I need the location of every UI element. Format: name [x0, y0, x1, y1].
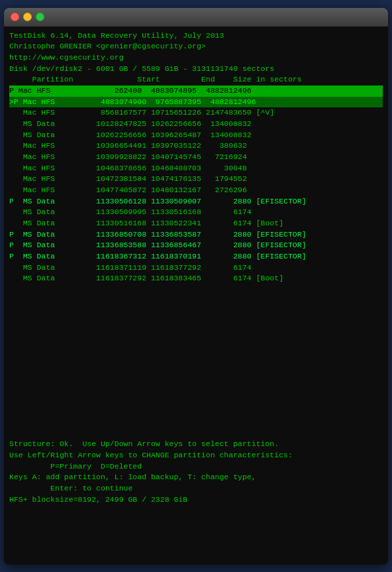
table-row[interactable]: MS Data 10262256656 10396265487 13400883… [9, 130, 383, 141]
status-line: P=Primary D=Deleted [9, 461, 383, 473]
status-line: Use Left/Right Arrow keys to CHANGE part… [9, 450, 383, 461]
table-row[interactable]: MS Data 10128247825 10262256656 13400883… [9, 119, 383, 130]
table-row[interactable]: Mac HFS 8568167577 10715651226 214748365… [9, 107, 383, 119]
table-row[interactable]: Mac HFS 10477405872 10480132167 2726296 [9, 185, 383, 196]
titlebar [4, 8, 388, 27]
status-line: Enter: to continue [9, 483, 383, 494]
table-row[interactable]: MS Data 11330516168 11330522341 6174 [Bo… [9, 218, 383, 229]
table-row[interactable]: >P Mac HFS 4883074900 9765887395 4882812… [9, 97, 383, 108]
table-row[interactable]: P MS Data 11336850708 11336853587 2880 [… [9, 229, 383, 241]
table-row[interactable]: P MS Data 11618367312 11618370191 2880 [… [9, 251, 383, 262]
table-row[interactable]: Mac HFS 10468378656 10468408703 30048 [9, 163, 383, 174]
close-button[interactable] [11, 13, 19, 21]
table-row[interactable]: Mac HFS 10396654491 10397035122 380632 [9, 141, 383, 152]
status-line: HFS+ blocksize=8192, 2499 GB / 2328 GiB [9, 494, 383, 506]
table-row[interactable]: MS Data 11618371119 11618377292 6174 [9, 262, 383, 274]
minimize-button[interactable] [23, 13, 32, 21]
status-line: Keys A: add partition, L: load backup, T… [9, 472, 383, 483]
terminal-window: TestDisk 6.14, Data Recovery Utility, Ju… [4, 8, 388, 565]
window-controls[interactable] [11, 13, 44, 21]
status-line: Structure: Ok. Use Up/Down Arrow keys to… [9, 439, 383, 450]
table-row[interactable]: P Mac HFS 262400 4883074895 4882812496 [9, 86, 383, 97]
table-row[interactable]: Mac HFS 10472381584 10474176135 1794552 [9, 174, 383, 185]
table-row[interactable]: P MS Data 11330506128 11330509007 2880 [… [9, 196, 383, 207]
table-row[interactable]: MS Data 11618377292 11618383465 6174 [Bo… [9, 273, 383, 284]
table-row[interactable]: Mac HFS 10399928822 10407145745 7216924 [9, 152, 383, 163]
table-row[interactable]: MS Data 11330509995 11330516168 6174 [9, 207, 383, 218]
table-row[interactable]: P MS Data 11336853588 11336856467 2880 [… [9, 240, 383, 251]
terminal-body[interactable]: TestDisk 6.14, Data Recovery Utility, Ju… [4, 27, 388, 565]
maximize-button[interactable] [36, 13, 44, 21]
